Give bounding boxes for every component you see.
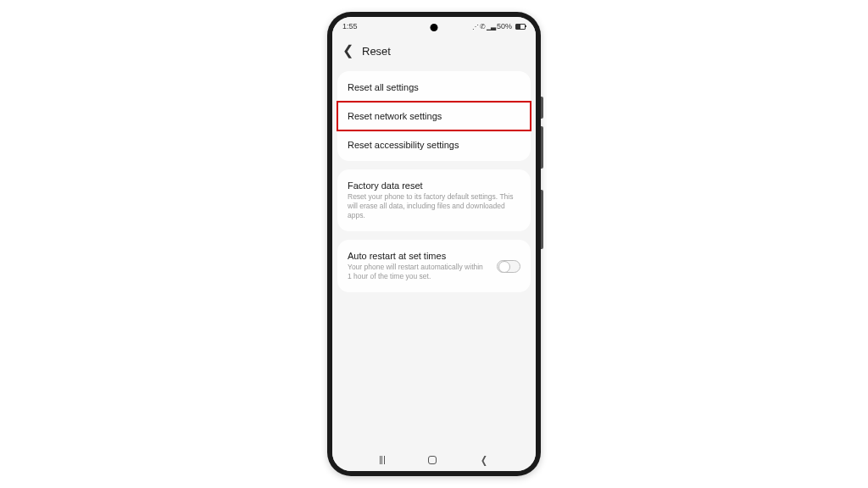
- auto-restart-toggle[interactable]: [497, 260, 520, 273]
- auto-restart-card: Auto restart at set times Your phone wil…: [337, 240, 531, 292]
- auto-restart-row[interactable]: Auto restart at set times Your phone wil…: [337, 241, 531, 291]
- row-subtitle: Reset your phone to its factory default …: [348, 192, 520, 220]
- status-right: ⋰ ✆ ▁▃ 50%: [472, 22, 526, 30]
- row-title: Reset accessibility settings: [348, 140, 520, 150]
- camera-punch-icon: [431, 24, 438, 31]
- wifi-icon: ⋰: [472, 23, 478, 30]
- row-title: Auto restart at set times: [348, 251, 488, 261]
- side-button: [541, 97, 543, 119]
- battery-icon: [515, 24, 526, 30]
- nav-back-icon[interactable]: ❮: [481, 454, 487, 466]
- factory-reset-card: Factory data reset Reset your phone to i…: [337, 169, 531, 231]
- back-icon[interactable]: ❮: [342, 44, 353, 58]
- reset-group-card: Reset all settings Reset network setting…: [337, 71, 531, 161]
- nav-bar: ❮: [332, 449, 536, 471]
- row-title: Reset network settings: [348, 111, 520, 121]
- reset-all-settings-row[interactable]: Reset all settings: [337, 73, 531, 102]
- phone-frame: 1:55 ⋰ ✆ ▁▃ 50% ❮ Reset Reset all settin…: [327, 12, 541, 476]
- side-button: [541, 190, 543, 249]
- factory-data-reset-row[interactable]: Factory data reset Reset your phone to i…: [337, 171, 531, 230]
- recents-icon[interactable]: [380, 456, 385, 464]
- side-button: [541, 126, 543, 169]
- home-icon[interactable]: [428, 456, 437, 464]
- row-subtitle: Your phone will restart automatically wi…: [348, 263, 488, 281]
- reset-network-settings-row[interactable]: Reset network settings: [337, 102, 531, 130]
- content: Reset all settings Reset network setting…: [332, 66, 536, 449]
- page-title: Reset: [362, 45, 391, 58]
- status-time: 1:55: [342, 22, 358, 30]
- reset-accessibility-settings-row[interactable]: Reset accessibility settings: [337, 130, 531, 159]
- row-title: Factory data reset: [348, 180, 520, 191]
- signal-icon: ▁▃: [487, 23, 495, 30]
- volte-icon: ✆: [480, 23, 485, 30]
- app-header: ❮ Reset: [332, 36, 536, 66]
- battery-percent: 50%: [497, 22, 512, 30]
- row-title: Reset all settings: [348, 82, 520, 92]
- screen: 1:55 ⋰ ✆ ▁▃ 50% ❮ Reset Reset all settin…: [332, 17, 536, 471]
